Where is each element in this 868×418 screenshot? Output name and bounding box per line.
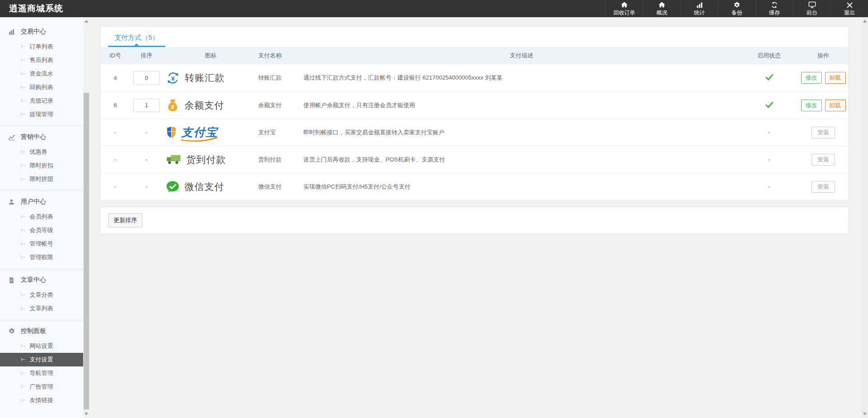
update-sort-button[interactable]: 更新排序 <box>108 213 142 228</box>
sidebar-item-nav-manage[interactable]: ⊢导航管理 <box>0 366 83 380</box>
sidebar-item-label: 回购列表 <box>29 84 53 90</box>
install-button[interactable]: 安装 <box>811 181 835 193</box>
sidebar-item-payment-settings[interactable]: ⊢支付设置 <box>0 353 83 366</box>
brand-label: 余额支付 <box>184 99 224 112</box>
sidebar-item-label: 网站设置 <box>29 342 53 349</box>
sidebar-item-label: 广告管理 <box>29 383 53 390</box>
sidebar-item-label: 文章分类 <box>29 291 53 298</box>
sidebar-item-coupons[interactable]: ⊢优惠券 <box>0 145 83 159</box>
sidebar-item-friend-links[interactable]: ⊢友情链接 <box>0 394 83 407</box>
table-header-row: ID号排序图标支付名称支付描述启用状态操作 <box>101 47 848 64</box>
branch-tick-icon: ⊢ <box>21 111 25 118</box>
sidebar-section-trade-center[interactable]: 交易中心 <box>0 24 83 40</box>
payment-id: - <box>101 156 130 163</box>
sidebar-item-label: 优惠券 <box>29 148 47 155</box>
branch-tick-icon: ⊢ <box>21 343 25 349</box>
sort-cell: - <box>130 129 163 136</box>
sidebar-item-recharge-records[interactable]: ⊢充值记录 <box>0 94 83 108</box>
sidebar-item-capital-flow[interactable]: ⊢资金流水 <box>0 67 83 81</box>
balance-payment-icon: ¥ <box>166 99 179 112</box>
sidebar-scrollbar[interactable] <box>83 17 90 418</box>
close-icon <box>846 1 853 9</box>
branch-tick-icon: ⊢ <box>21 370 25 376</box>
status-cell <box>740 100 798 110</box>
home-icon <box>658 1 665 9</box>
payment-name: 余额支付 <box>258 101 303 109</box>
svg-text:¥: ¥ <box>171 75 175 81</box>
tab-payment-methods[interactable]: 支付方式（5） <box>108 33 165 47</box>
actions-cell: 安装 <box>798 127 848 138</box>
brand-label: 转账汇款 <box>185 71 225 84</box>
sidebar-item-article-list[interactable]: ⊢文章列表 <box>0 302 83 315</box>
sidebar-section-article-center[interactable]: 文章中心 <box>0 272 83 288</box>
sidebar-item-aftersale-list[interactable]: ⊢售后列表 <box>0 53 83 67</box>
actions-cell: 修改卸载 <box>798 72 848 84</box>
actions-cell: 修改卸载 <box>798 100 848 111</box>
payment-id: 4 <box>101 75 130 81</box>
topbar-item-recycle-orders[interactable]: 回收订单 <box>605 0 643 17</box>
scroll-up-icon[interactable] <box>85 20 88 23</box>
install-button[interactable]: 安装 <box>811 127 835 138</box>
sidebar-item-withdraw-manage[interactable]: ⊢提现管理 <box>0 108 83 121</box>
scroll-down-icon[interactable] <box>863 413 867 415</box>
modify-button[interactable]: 修改 <box>801 72 822 84</box>
status-cell: - <box>740 129 798 136</box>
sidebar-item-article-categories[interactable]: ⊢文章分类 <box>0 288 83 302</box>
sidebar-divider <box>0 190 83 191</box>
sort-input[interactable] <box>133 99 160 112</box>
sidebar-item-label: 友情链接 <box>29 397 53 404</box>
wechat-payment-icon <box>166 180 179 193</box>
sidebar-item-ad-manage[interactable]: ⊢广告管理 <box>0 380 83 394</box>
home-icon <box>621 1 628 9</box>
column-header: 支付描述 <box>303 52 740 60</box>
sidebar-item-admin-permissions[interactable]: ⊢管理权限 <box>0 251 83 264</box>
topbar-item-frontend[interactable]: 前台 <box>793 0 830 17</box>
topbar-item-statistics[interactable]: 统计 <box>680 0 718 17</box>
page-scrollbar[interactable] <box>862 17 868 418</box>
enabled-check-icon <box>765 104 774 110</box>
sidebar-item-label: 售后列表 <box>29 57 53 63</box>
cod-payment-icon <box>166 154 181 165</box>
sidebar-item-buyback-list[interactable]: ⊢回购列表 <box>0 81 83 94</box>
gear-icon <box>8 328 16 335</box>
sidebar-section-control-panel[interactable]: 控制面板 <box>0 323 83 339</box>
topbar: 逍遥商城系统 回收订单概况统计备份缓存前台退出 <box>0 0 868 17</box>
doc-icon <box>8 276 16 284</box>
modify-button[interactable]: 修改 <box>801 100 822 111</box>
topbar-item-backup[interactable]: 备份 <box>718 0 755 17</box>
topbar-item-label: 退出 <box>844 10 855 16</box>
topbar-item-cache[interactable]: 缓存 <box>755 0 793 17</box>
sidebar-item-label: 会员等级 <box>29 227 53 233</box>
status-cell: - <box>740 156 798 163</box>
sort-input[interactable] <box>133 71 160 85</box>
sidebar-item-admin-accounts[interactable]: ⊢管理帐号 <box>0 237 83 251</box>
branch-tick-icon: ⊢ <box>21 214 25 220</box>
update-sort-card: 更新排序 <box>100 207 849 234</box>
uninstall-button[interactable]: 卸载 <box>825 100 846 111</box>
topbar-nav: 回收订单概况统计备份缓存前台退出 <box>605 0 868 17</box>
scroll-down-icon[interactable] <box>85 413 88 415</box>
scroll-up-icon[interactable] <box>863 20 867 23</box>
sidebar-item-member-levels[interactable]: ⊢会员等级 <box>0 223 83 237</box>
sidebar-item-order-list[interactable]: ⊢订单列表 <box>0 40 83 53</box>
sidebar-item-site-settings[interactable]: ⊢网站设置 <box>0 339 83 353</box>
column-header: 操作 <box>798 52 848 60</box>
user-icon <box>8 198 16 206</box>
install-button[interactable]: 安装 <box>811 154 835 166</box>
topbar-item-logout[interactable]: 退出 <box>830 0 868 17</box>
column-header: 排序 <box>130 52 163 60</box>
payment-name: 货到付款 <box>258 156 303 164</box>
uninstall-button[interactable]: 卸载 <box>825 72 846 84</box>
sort-cell <box>130 71 163 85</box>
svg-text:¥: ¥ <box>171 104 174 110</box>
branch-tick-icon: ⊢ <box>21 384 25 390</box>
sidebar-section-user-center[interactable]: 用户中心 <box>0 194 83 210</box>
sidebar-section-marketing-center[interactable]: 营销中心 <box>0 129 83 145</box>
sidebar-scrollbar-thumb[interactable] <box>84 93 89 409</box>
topbar-item-overview[interactable]: 概况 <box>643 0 680 17</box>
sidebar-item-flash-discount[interactable]: ⊢限时折扣 <box>0 159 83 172</box>
sidebar-item-member-list[interactable]: ⊢会员列表 <box>0 210 83 223</box>
branch-tick-icon: ⊢ <box>21 84 25 90</box>
sidebar-item-group-buy[interactable]: ⊢限时拼团 <box>0 172 83 186</box>
branch-tick-icon: ⊢ <box>21 98 25 104</box>
